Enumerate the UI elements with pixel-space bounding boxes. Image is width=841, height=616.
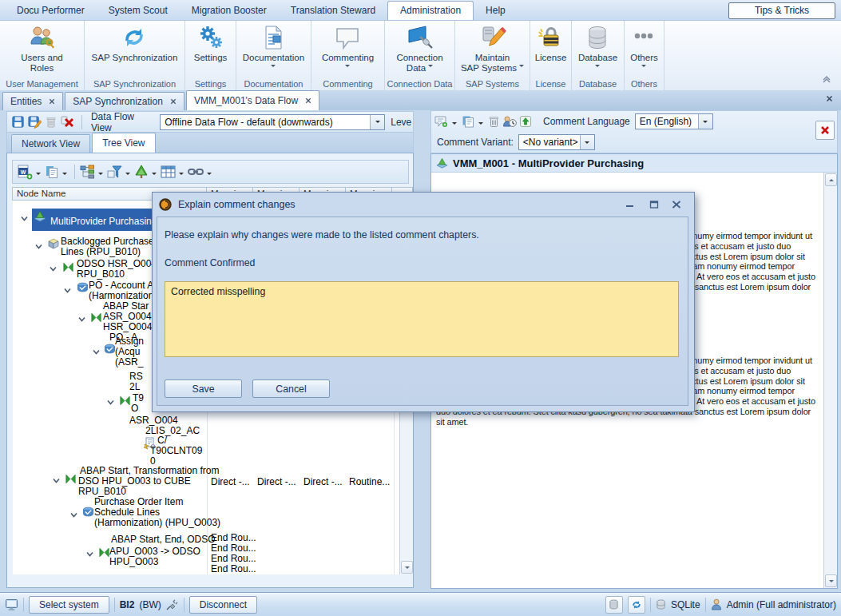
tree-node-assign-acquisition[interactable]: (ASR_ [115, 356, 143, 368]
tree-expander-icon[interactable] [106, 398, 115, 407]
comment-history-icon[interactable] [502, 115, 517, 128]
filter-icon[interactable] [107, 165, 122, 179]
doc-tab-entities[interactable]: Entities [2, 92, 63, 110]
ribbon-button-database[interactable]: Database [578, 23, 617, 78]
scroll-down-icon[interactable] [825, 574, 837, 587]
tree-node-assign-acquisition[interactable]: (Acqu [115, 346, 140, 357]
tree-expander-icon[interactable] [92, 348, 101, 356]
menu-tab-administration[interactable]: Administration [387, 1, 474, 20]
chevron-down-icon[interactable] [179, 173, 184, 177]
ribbon-button-license[interactable]: License [535, 23, 567, 78]
ribbon-button-settings[interactable]: Settings [194, 23, 228, 78]
tree-node-purchase-order-item-schedule-lines[interactable]: Purchase Order Item [94, 496, 183, 507]
chevron-down-icon[interactable] [370, 115, 384, 129]
chevron-down-icon[interactable] [478, 122, 483, 127]
tree-expander-icon[interactable] [49, 264, 58, 273]
word-export-icon[interactable]: W [18, 165, 33, 180]
chevron-down-icon[interactable] [36, 173, 41, 177]
menu-tab-docu-performer[interactable]: Docu Performer [5, 2, 97, 20]
hierarchy-icon[interactable] [80, 165, 95, 179]
close-comment-panel-button[interactable] [815, 121, 835, 140]
tree-node-abap-start-asr-hsr[interactable]: HSR_O004 [103, 321, 152, 332]
tree-node-po-account-harmonization[interactable]: (Harmonization [89, 290, 153, 301]
ribbon-button-commenting[interactable]: Commenting [322, 23, 374, 78]
menu-tab-system-scout[interactable]: System Scout [97, 2, 180, 20]
tree-node-odso-hsr-o004[interactable]: ODSO HSR_O004 - [77, 258, 162, 269]
tree-node-backlogged-purchase-order-lines[interactable]: Lines (RPU_B010) [61, 246, 141, 257]
tree-node-t9-transformation[interactable]: ASR_O004 [129, 415, 178, 426]
ribbon-button-sap-synchronization[interactable]: SAP Synchronization [92, 23, 178, 78]
view-tab-network-view[interactable]: Network View [11, 134, 90, 153]
ribbon-button-others[interactable]: Others [630, 23, 658, 78]
tree-node-abap-start-end-apu-hpu[interactable]: APU_O003 -> ODSO [109, 546, 200, 557]
scroll-down-icon[interactable] [401, 561, 413, 574]
database-status-icon[interactable] [605, 596, 623, 614]
tips-and-tricks-button[interactable]: Tips & Tricks [728, 2, 835, 19]
save-as-icon[interactable] [28, 115, 42, 129]
maximize-button[interactable] [649, 201, 659, 209]
ribbon-button-maintain-sap-systems[interactable]: MaintainSAP Systems [461, 23, 524, 78]
save-icon[interactable] [11, 115, 25, 129]
close-icon[interactable] [305, 97, 311, 104]
tree-node-rs-2l-fragment[interactable]: RS [129, 371, 143, 382]
copy-comment-icon[interactable] [462, 115, 474, 128]
doc-tab-vmm-m001-s-data-flow[interactable]: VMM_M001's Data Flow [186, 90, 319, 110]
tree-node-datasource-t90clnt090[interactable]: T90CLNT09 [150, 445, 202, 456]
ribbon-button-documentation[interactable]: Documentation [243, 23, 304, 78]
cancel-button[interactable]: Cancel [252, 380, 330, 398]
refresh-icon[interactable] [628, 596, 645, 614]
tree-node-abap-start-end-apu-hpu[interactable]: ABAP Start, End, ODSO [111, 534, 216, 545]
add-comment-icon[interactable] [434, 115, 448, 128]
tree-node-purchase-order-item-schedule-lines[interactable]: Schedule Lines [94, 507, 160, 518]
explanation-textarea[interactable]: Corrected misspelling [165, 281, 679, 357]
tree-node-assign-acquisition[interactable]: Assign [115, 336, 144, 347]
view-tab-tree-view[interactable]: Tree View [92, 133, 155, 153]
tree-node-t9-transformation[interactable]: 2LIS_02_AC [145, 425, 200, 436]
tree-expander-icon[interactable] [69, 511, 78, 519]
chevron-down-icon[interactable] [62, 173, 67, 177]
doc-tab-sap-synchronization[interactable]: SAP Synchronization [65, 92, 184, 110]
tree-node-t9-transformation[interactable]: O [131, 403, 138, 414]
select-system-button[interactable]: Select system [29, 596, 109, 614]
comment-language-combo[interactable]: En (English) [635, 113, 713, 129]
minimize-button[interactable] [625, 201, 635, 209]
menu-tab-translation-steward[interactable]: Translation Steward [279, 2, 387, 20]
tree-expander-icon[interactable] [20, 214, 29, 223]
tree-expander-icon[interactable] [85, 550, 94, 558]
tree-node-abap-start-end-apu-hpu[interactable]: HPU_O003 [109, 556, 158, 567]
close-button[interactable] [672, 201, 681, 209]
chevron-down-icon[interactable] [452, 122, 457, 127]
remove-node-icon[interactable] [61, 115, 75, 129]
comment-variant-combo[interactable]: <No variant> [518, 134, 595, 150]
tree-node-t9-transformation[interactable]: T9 [133, 392, 144, 403]
tree-node-abap-start-asr-hsr[interactable]: ABAP Star [103, 300, 149, 312]
menu-tab-help[interactable]: Help [474, 2, 518, 20]
tree-node-abap-start-dso-hpu-to-cube[interactable]: ABAP Start, Transformation from [80, 465, 220, 476]
tree-node-abap-start-dso-hpu-to-cube[interactable]: DSO HPU_O003 to CUBE [78, 475, 191, 487]
link-icon[interactable] [188, 166, 204, 177]
tree-expander-icon[interactable] [63, 286, 72, 295]
tree-node-rs-2l-fragment[interactable]: 2L [129, 381, 140, 392]
tree-expander-icon[interactable] [77, 315, 86, 324]
tree-node-datasource-t90clnt090[interactable]: C/ [157, 435, 167, 446]
data-flow-combo[interactable]: Offline Data Flow - default (downwards) [160, 114, 385, 130]
ribbon-button-connection-data[interactable]: ConnectionData [396, 23, 442, 78]
tree-node-odso-hsr-o004[interactable]: RPU_B010 [77, 268, 125, 280]
copy-page-icon[interactable] [45, 165, 59, 179]
expand-tree-icon[interactable] [134, 165, 149, 179]
ribbon-button-users-and-roles[interactable]: Users andRoles [21, 23, 62, 78]
tree-expander-icon[interactable] [34, 242, 43, 251]
close-icon[interactable] [170, 98, 177, 105]
scroll-up-icon[interactable] [825, 173, 837, 186]
chevron-down-icon[interactable] [698, 114, 712, 129]
chevron-down-icon[interactable] [580, 135, 594, 149]
comment-scrollbar[interactable] [823, 173, 837, 588]
chevron-down-icon[interactable] [98, 173, 103, 177]
chevron-down-icon[interactable] [125, 173, 130, 177]
chevron-down-icon[interactable] [207, 173, 212, 177]
delete-comment-icon[interactable] [488, 115, 500, 128]
tree-node-purchase-order-item-schedule-lines[interactable]: (Harmonization) (HPU_O003) [94, 517, 220, 528]
tree-node-po-account-harmonization[interactable]: PO - Account A [89, 280, 153, 291]
tree-node-abap-start-asr-hsr[interactable]: ASR_O004 [103, 311, 152, 322]
chevron-down-icon[interactable] [152, 173, 157, 177]
